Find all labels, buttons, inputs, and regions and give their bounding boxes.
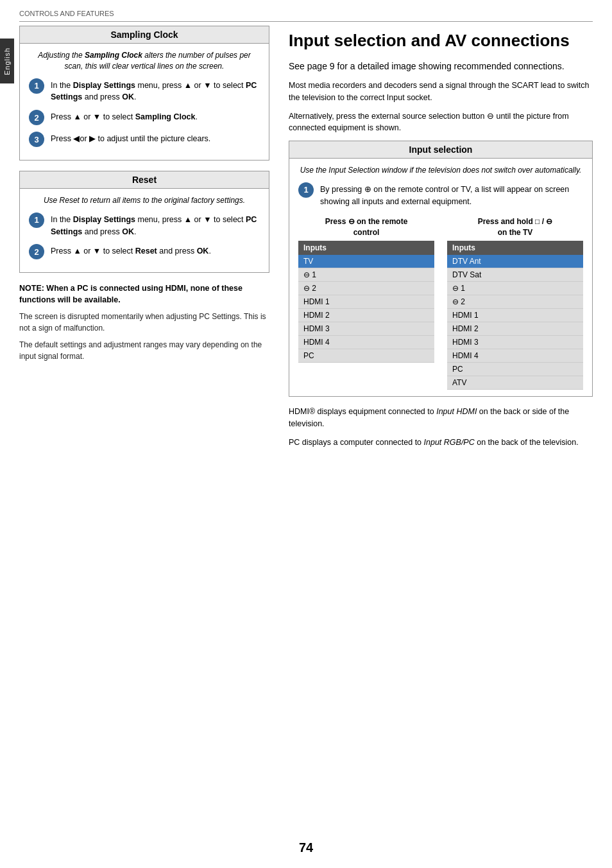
left-table-header: Press ⊖ on the remotecontrol — [298, 216, 434, 238]
table-cell: ⊖ 1 — [298, 268, 434, 282]
table-row: ATV — [447, 376, 583, 390]
table-cell: DTV Sat — [447, 268, 583, 282]
step-text-3: Press ◀or ▶ to adjust until the picture … — [51, 132, 260, 145]
sampling-step-1: 1 In the Display Settings menu, press ▲ … — [29, 78, 260, 104]
body-text-1: Most media recorders and decoders send a… — [289, 80, 593, 104]
input-step-1: 1 By pressing ⊕ on the remote control or… — [298, 182, 583, 208]
reset-content: Use Reset to return all items to the ori… — [20, 189, 269, 272]
note-section: NOTE: When a PC is connected using HDMI,… — [19, 283, 269, 362]
input-step-number-1: 1 — [298, 182, 314, 198]
sampling-clock-title: Sampling Clock — [20, 26, 269, 44]
table-cell: DTV Ant — [447, 255, 583, 268]
right-table-header: Press and hold □ / ⊖on the TV — [447, 216, 583, 238]
table-row: ⊖ 2 — [447, 295, 583, 309]
step-number-3: 3 — [29, 132, 44, 147]
input-selection-content: Use the Input Selection window if the te… — [289, 159, 592, 396]
input-selection-section: Input selection Use the Input Selection … — [289, 141, 593, 397]
sampling-step-2: 2 Press ▲ or ▼ to select Sampling Clock. — [29, 110, 260, 125]
page-number: 74 — [299, 840, 313, 855]
reset-step-text-2: Press ▲ or ▼ to select Reset and press O… — [51, 244, 260, 257]
input-selection-title: Input selection — [289, 141, 592, 159]
table-row: HDMI 4 — [447, 349, 583, 363]
step-number-2: 2 — [29, 110, 44, 125]
left-table-col: Press ⊖ on the remotecontrol Inputs TV — [298, 216, 434, 390]
table-cell: ⊖ 2 — [298, 282, 434, 295]
table-row: PC — [447, 363, 583, 376]
reset-title: Reset — [20, 171, 269, 189]
table-cell: ⊖ 2 — [447, 295, 583, 309]
table-row: DTV Ant — [447, 255, 583, 268]
table-cell: PC — [298, 349, 434, 363]
table-cell: TV — [298, 255, 434, 268]
table-cell: HDMI 1 — [447, 309, 583, 322]
table-row: HDMI 2 — [447, 322, 583, 336]
reset-step-number-1: 1 — [29, 213, 44, 228]
table-cell: ⊖ 1 — [447, 282, 583, 295]
table-row: HDMI 3 — [447, 336, 583, 349]
sampling-step-3: 3 Press ◀or ▶ to adjust until the pictur… — [29, 132, 260, 147]
reset-step-number-2: 2 — [29, 244, 44, 259]
reset-note: Use Reset to return all items to the ori… — [29, 195, 260, 206]
table-cell: HDMI 1 — [298, 295, 434, 309]
table-cell: HDMI 3 — [447, 336, 583, 349]
main-content: Sampling Clock Adjusting the Sampling Cl… — [19, 26, 593, 829]
table-row: PC — [298, 349, 434, 363]
reset-step-1: 1 In the Display Settings menu, press ▲ … — [29, 213, 260, 238]
intro-text: See page 9 for a detailed image showing … — [289, 60, 593, 73]
table-row: HDMI 2 — [298, 309, 434, 322]
table-cell: ATV — [447, 376, 583, 390]
sampling-clock-content: Adjusting the Sampling Clock alters the … — [20, 44, 269, 160]
step-number-1: 1 — [29, 78, 44, 94]
step-text-2: Press ▲ or ▼ to select Sampling Clock. — [51, 110, 260, 123]
table-row: HDMI 3 — [298, 322, 434, 336]
table-row: ⊖ 2 — [298, 282, 434, 295]
language-tab: English — [0, 39, 14, 83]
sampling-clock-note: Adjusting the Sampling Clock alters the … — [29, 50, 260, 72]
table-cell: HDMI 2 — [447, 322, 583, 336]
table-row: HDMI 4 — [298, 336, 434, 349]
reset-step-text-1: In the Display Settings menu, press ▲ or… — [51, 213, 260, 238]
input-selection-note: Use the Input Selection window if the te… — [298, 165, 583, 176]
input-tables: Press ⊖ on the remotecontrol Inputs TV — [298, 216, 583, 390]
breadcrumb: CONTROLS AND FEATURES — [19, 10, 593, 22]
table-row: TV — [298, 255, 434, 268]
right-column: Input selection and AV connections See p… — [289, 26, 593, 829]
body-text-2: Alternatively, press the external source… — [289, 110, 593, 135]
table-row: ⊖ 1 — [298, 268, 434, 282]
table-cell: HDMI 3 — [298, 322, 434, 336]
reset-section: Reset Use Reset to return all items to t… — [19, 171, 269, 273]
note-bold-text: NOTE: When a PC is connected using HDMI,… — [19, 283, 269, 306]
note-paragraph-2: The default settings and adjustment rang… — [19, 339, 269, 362]
table-row: ⊖ 1 — [447, 282, 583, 295]
table-row: HDMI 1 — [447, 309, 583, 322]
table-row: DTV Sat — [447, 268, 583, 282]
footer-text-1: HDMI® displays equipment connected to In… — [289, 406, 593, 430]
note-paragraph-1: The screen is disrupted momentarily when… — [19, 311, 269, 334]
reset-step-2: 2 Press ▲ or ▼ to select Reset and press… — [29, 244, 260, 259]
left-table-col-header: Inputs — [298, 241, 434, 255]
table-cell: PC — [447, 363, 583, 376]
input-step-text-1: By pressing ⊕ on the remote control or T… — [320, 182, 583, 208]
right-table-col-header: Inputs — [447, 241, 583, 255]
step-text-1: In the Display Settings menu, press ▲ or… — [51, 78, 260, 104]
footer-text-2: PC displays a computer connected to Inpu… — [289, 437, 593, 449]
left-input-table: Inputs TV ⊖ 1 — [298, 241, 434, 363]
right-table-col: Press and hold □ / ⊖on the TV Inputs DTV… — [447, 216, 583, 390]
table-cell: HDMI 4 — [298, 336, 434, 349]
table-cell: HDMI 4 — [447, 349, 583, 363]
sampling-clock-section: Sampling Clock Adjusting the Sampling Cl… — [19, 26, 269, 161]
table-cell: HDMI 2 — [298, 309, 434, 322]
left-column: Sampling Clock Adjusting the Sampling Cl… — [19, 26, 269, 829]
right-input-table: Inputs DTV Ant DTV Sat — [447, 241, 583, 390]
table-row: HDMI 1 — [298, 295, 434, 309]
page-title: Input selection and AV connections — [289, 31, 593, 51]
